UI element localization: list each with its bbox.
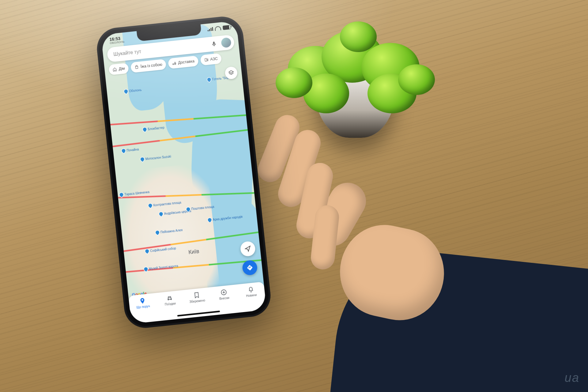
poi-pin-icon [158, 211, 164, 217]
svg-point-4 [171, 299, 172, 300]
chip-label: АЗС [210, 56, 218, 61]
poi-label: Музей Золоті ворота [149, 264, 178, 270]
search-bar[interactable] [107, 35, 235, 62]
map-poi[interactable]: Мотосалон Suzuki [140, 154, 171, 161]
svg-rect-2 [205, 58, 207, 62]
home-icon [112, 67, 117, 72]
map-poi[interactable]: Оболонь [124, 88, 142, 93]
wifi-icon [215, 26, 221, 31]
map-poi[interactable]: Поштова площа [186, 205, 214, 211]
chip-label: Дім [119, 66, 125, 71]
chip-gas[interactable]: АЗС [200, 53, 222, 66]
takeout-icon [134, 65, 139, 70]
nav-label: Внески [219, 296, 230, 300]
poi-pin-icon [121, 148, 126, 153]
battery-icon [223, 25, 231, 30]
car-icon [166, 294, 173, 302]
plus-icon [220, 288, 227, 296]
map-poi[interactable]: Андріївська церква [159, 209, 191, 216]
nav-bell[interactable]: Новини [237, 285, 265, 299]
hand-palm [332, 217, 453, 328]
poi-pin-icon [155, 230, 160, 235]
map-poi[interactable]: Контрактова площа [148, 200, 181, 207]
poi-pin-icon [140, 156, 145, 162]
poi-label: Контрактова площа [153, 201, 181, 207]
poi-label: Андріївська церква [164, 209, 191, 215]
chip-home[interactable]: Дім [108, 63, 129, 75]
status-location: ОБОЛОНЬ [110, 40, 125, 45]
hand-finger [294, 160, 335, 241]
directions-button[interactable] [242, 260, 258, 276]
poi-label: Готель "Борис" [212, 75, 233, 81]
hand-finger [254, 111, 303, 186]
poi-label: Почайна [126, 147, 139, 152]
svg-point-3 [168, 299, 169, 300]
chip-takeout[interactable]: Їжа із собою [130, 59, 166, 73]
nav-bookmark[interactable]: Збережено [183, 290, 211, 304]
city-label: Київ [188, 248, 199, 256]
poi-label: Оболонь [129, 88, 142, 92]
sleeve [329, 243, 588, 392]
river-shape [190, 98, 255, 229]
map-poi[interactable]: Блокбастер [143, 126, 164, 131]
nav-label: Збережено [189, 299, 205, 303]
chip-delivery[interactable]: Доставка [168, 55, 199, 69]
gas-icon [204, 58, 209, 62]
map-canvas[interactable]: ОболоньБлокбастерПочайнаМотосалон Suzuki… [101, 21, 267, 324]
plant-pot [315, 77, 395, 138]
phone-screen: 16:53 ОБОЛОНЬ [101, 21, 267, 324]
nav-plus[interactable]: Внески [210, 288, 238, 301]
poi-label: Блокбастер [148, 126, 164, 131]
map-poi[interactable]: Почайна [122, 147, 139, 153]
river-shape [122, 28, 176, 112]
poi-pin-icon [142, 127, 147, 132]
river-shape [156, 23, 223, 145]
pin-icon [139, 297, 146, 304]
poi-pin-icon [123, 89, 129, 94]
road [115, 192, 259, 198]
svg-point-5 [221, 289, 226, 295]
map-poi[interactable]: Готель "Борис" [207, 75, 233, 81]
poi-label: Арка дружби народів [213, 215, 243, 221]
bottom-nav: Що поручПоїздкиЗбереженоВнескиНовини [128, 282, 266, 324]
search-input[interactable] [113, 41, 211, 58]
poi-label: Мотосалон Suzuki [145, 155, 171, 161]
road [125, 88, 126, 88]
bookmark-icon [193, 292, 200, 299]
profile-avatar[interactable] [221, 37, 232, 48]
bell-icon [247, 286, 254, 293]
nav-label: Що поруч [136, 304, 150, 309]
road [110, 129, 253, 148]
poi-label: Поштова площа [191, 205, 214, 211]
my-location-button[interactable] [240, 241, 256, 257]
map-poi[interactable]: Софійський собор [145, 246, 176, 253]
phone: 16:53 ОБОЛОНЬ [95, 15, 273, 330]
poi-label: Софійський собор [150, 247, 176, 253]
poi-pin-icon [206, 77, 212, 82]
map-poi[interactable]: Арка дружби народів [208, 215, 243, 222]
map-poi[interactable]: Музей Золоті ворота [144, 264, 178, 271]
svg-point-0 [172, 64, 174, 65]
map-poi[interactable]: Тараса Шевченка [119, 190, 149, 197]
river-shape [198, 190, 267, 295]
phone-notch [137, 24, 202, 42]
map-poi[interactable]: Пейзажна Алея [155, 228, 183, 234]
layers-button[interactable] [224, 66, 238, 80]
nav-label: Поїздки [165, 302, 176, 306]
microphone-icon[interactable] [211, 40, 217, 47]
poi-pin-icon [186, 207, 191, 212]
road [107, 114, 251, 126]
nav-label: Новини [246, 293, 257, 298]
nav-car[interactable]: Поїздки [156, 293, 184, 307]
phone-frame [95, 15, 273, 330]
status-bar: 16:53 ОБОЛОНЬ [101, 23, 237, 46]
road [123, 259, 266, 273]
nav-pin[interactable]: Що поруч [129, 296, 157, 310]
road [211, 115, 213, 116]
poi-pin-icon [143, 266, 149, 272]
moss-plant [276, 21, 435, 113]
hand-finger [275, 126, 324, 210]
city-block-fill [115, 162, 221, 303]
poi-label: Пейзажна Алея [160, 228, 183, 234]
road [121, 231, 263, 252]
